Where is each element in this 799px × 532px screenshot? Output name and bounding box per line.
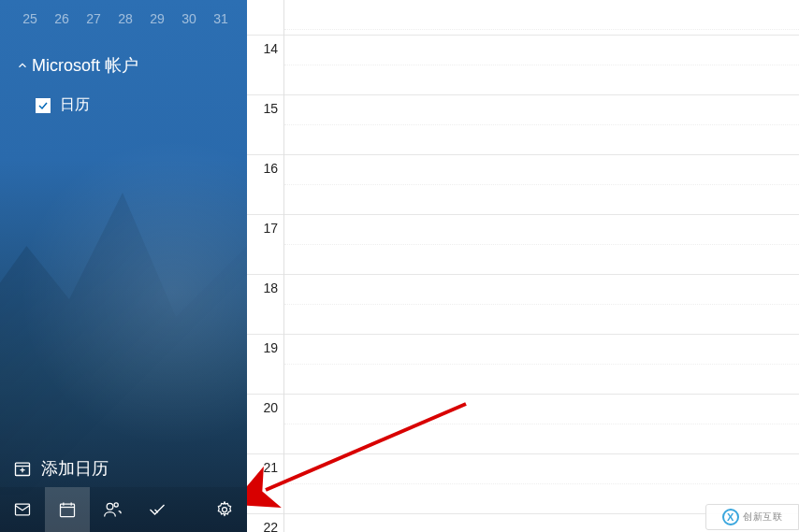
calendar-button[interactable] — [45, 487, 90, 532]
todo-icon — [148, 500, 167, 519]
chevron-up-icon — [13, 59, 32, 72]
calendar-add-icon — [13, 459, 32, 478]
svg-rect-5 — [61, 504, 75, 516]
calendar-checkbox-row[interactable]: 日历 — [0, 86, 247, 124]
mini-day[interactable]: 31 — [210, 11, 232, 26]
mail-icon — [13, 500, 32, 519]
day-column[interactable] — [284, 0, 799, 532]
hour-label: 17 — [263, 221, 278, 236]
time-slot[interactable] — [284, 275, 799, 335]
mini-calendar-week-row: 25 26 27 28 29 30 31 — [0, 0, 247, 37]
time-slot[interactable] — [284, 0, 799, 36]
time-slot[interactable] — [284, 395, 799, 454]
mini-day[interactable]: 29 — [146, 11, 168, 26]
add-calendar-label: 添加日历 — [41, 457, 109, 480]
svg-rect-4 — [16, 504, 30, 515]
mini-day[interactable]: 25 — [19, 11, 41, 26]
hour-row: 18 — [247, 275, 283, 335]
hour-row: 20 — [247, 395, 283, 454]
hour-row: 17 — [247, 215, 283, 275]
mini-day[interactable]: 28 — [114, 11, 137, 26]
calendar-name-label: 日历 — [60, 95, 90, 115]
svg-point-13 — [114, 503, 118, 507]
hour-label: 16 — [263, 161, 278, 176]
people-icon — [103, 500, 122, 519]
time-slot[interactable] — [284, 36, 799, 95]
hour-label: 18 — [263, 280, 278, 295]
mini-day[interactable]: 26 — [51, 11, 73, 26]
svg-point-14 — [223, 508, 227, 512]
settings-button[interactable] — [202, 487, 247, 532]
hour-row: 19 — [247, 335, 283, 395]
bottom-nav — [0, 487, 247, 532]
account-label: Microsoft 帐户 — [32, 54, 138, 77]
hour-row: 22 — [247, 514, 283, 532]
todo-button[interactable] — [135, 487, 180, 532]
account-toggle[interactable]: Microsoft 帐户 — [0, 37, 247, 86]
hour-row: 21 — [247, 454, 283, 514]
time-slot[interactable] — [284, 155, 799, 215]
hour-labels-column: 14 15 16 17 18 19 20 21 22 — [247, 0, 284, 532]
watermark-logo-icon: X — [722, 509, 739, 525]
mini-day[interactable]: 30 — [178, 11, 200, 26]
hour-row: 14 — [247, 36, 283, 95]
background-mountain — [0, 139, 247, 495]
sidebar: 25 26 27 28 29 30 31 Microsoft 帐户 日历 添加日… — [0, 0, 247, 532]
calendar-day-view: 14 15 16 17 18 19 20 21 22 — [247, 0, 799, 532]
hour-label: 15 — [263, 101, 278, 116]
calendar-icon — [58, 500, 77, 519]
mini-day[interactable]: 27 — [82, 11, 105, 26]
add-calendar-button[interactable]: 添加日历 — [13, 457, 109, 480]
hour-row — [247, 0, 283, 36]
people-button[interactable] — [90, 487, 135, 532]
svg-point-12 — [107, 503, 113, 510]
mail-button[interactable] — [0, 487, 45, 532]
hour-label: 22 — [263, 520, 278, 532]
watermark: X 创新互联 — [705, 504, 799, 530]
hour-row: 15 — [247, 95, 283, 155]
hour-label: 14 — [263, 41, 278, 56]
gear-icon — [215, 500, 234, 519]
hour-label: 19 — [263, 340, 278, 355]
hour-row: 16 — [247, 155, 283, 215]
time-slot[interactable] — [284, 335, 799, 395]
time-slot[interactable] — [284, 95, 799, 155]
watermark-text: 创新互联 — [743, 510, 782, 524]
hour-label: 20 — [263, 400, 278, 415]
hour-label: 21 — [263, 460, 278, 475]
time-slot[interactable] — [284, 215, 799, 275]
checkbox-checked-icon — [36, 98, 51, 113]
